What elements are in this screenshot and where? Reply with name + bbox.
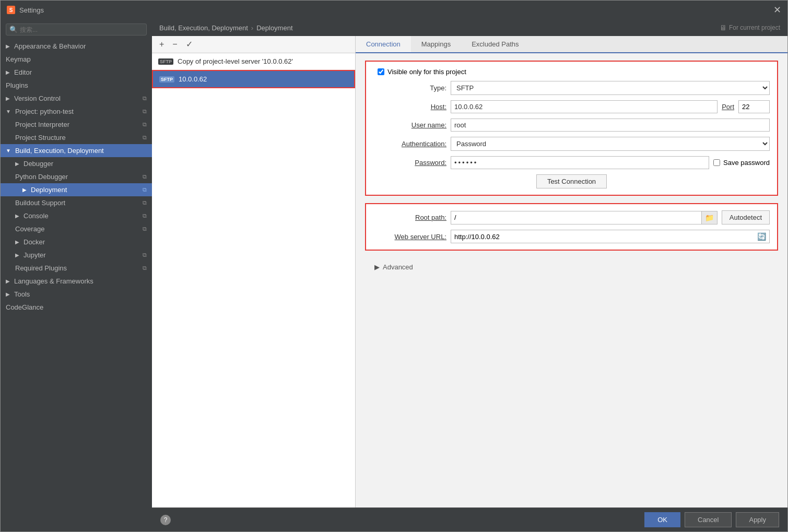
sidebar-item-tools[interactable]: ▶ Tools <box>1 288 152 301</box>
main-content: 🔍 ▶ Appearance & Behavior Keymap ▶ Edito… <box>1 19 787 531</box>
arrow-icon-deployment: ▶ <box>22 187 27 193</box>
test-connection-button[interactable]: Test Connection <box>536 174 607 188</box>
server-item-main[interactable]: SFTP 10.0.0.62 <box>152 70 355 88</box>
ok-label: OK <box>657 516 667 524</box>
autodetect-label: Autodetect <box>730 214 762 221</box>
sidebar-item-codeglance[interactable]: CodeGlance <box>1 301 152 314</box>
sidebar-item-console[interactable]: ▶ Console ⧉ <box>1 209 152 222</box>
tab-connection-label: Connection <box>366 40 401 48</box>
sidebar-item-docker[interactable]: ▶ Docker <box>1 235 152 249</box>
host-input[interactable] <box>451 100 718 113</box>
server-name-main: 10.0.0.62 <box>179 75 207 83</box>
copy-icon-deploy: ⧉ <box>143 186 147 193</box>
arrow-icon-jupyter: ▶ <box>15 252 19 258</box>
remove-server-button[interactable]: − <box>170 39 179 50</box>
ok-button[interactable]: OK <box>644 512 680 527</box>
arrow-icon-languages: ▶ <box>6 278 10 284</box>
sidebar-item-deployment[interactable]: ▶ Deployment ⧉ <box>1 183 152 196</box>
sidebar-item-plugins[interactable]: Plugins <box>1 79 152 92</box>
server-item-copy[interactable]: SFTP Copy of project-level server '10.0.… <box>152 53 355 70</box>
root-path-section: Root path: 📁 Autodetect <box>365 203 778 251</box>
sidebar-label-build: Build, Execution, Deployment <box>15 147 104 155</box>
sidebar-item-coverage[interactable]: Coverage ⧉ <box>1 222 152 235</box>
tab-mappings[interactable]: Mappings <box>411 36 461 53</box>
sidebar-label-project: Project: python-test <box>15 108 74 115</box>
bottom-bar-buttons: OK Cancel Apply <box>644 512 779 527</box>
sidebar-item-debugger[interactable]: ▶ Debugger <box>1 157 152 170</box>
sidebar-item-project-interpreter[interactable]: Project Interpreter ⧉ <box>1 118 152 131</box>
port-input[interactable] <box>738 100 770 113</box>
sidebar-label-appearance: Appearance & Behavior <box>14 42 86 50</box>
root-path-input[interactable] <box>451 211 701 223</box>
sidebar-item-editor[interactable]: ▶ Editor <box>1 66 152 79</box>
sidebar-label-tools: Tools <box>14 290 30 298</box>
breadcrumb-part1: Build, Execution, Deployment <box>159 24 248 32</box>
close-button[interactable]: ✕ <box>773 4 781 16</box>
sidebar-label-editor: Editor <box>14 68 32 76</box>
sidebar-label-console: Console <box>23 212 49 220</box>
sftp-badge-copy: SFTP <box>158 58 173 65</box>
autodetect-button[interactable]: Autodetect <box>722 210 770 224</box>
username-input[interactable] <box>451 119 770 132</box>
visible-only-checkbox[interactable] <box>378 68 384 75</box>
breadcrumb-separator: › <box>251 24 253 32</box>
sidebar-item-appearance[interactable]: ▶ Appearance & Behavior <box>1 40 152 53</box>
sidebar-item-languages[interactable]: ▶ Languages & Frameworks <box>1 275 152 288</box>
arrow-icon-docker: ▶ <box>15 239 19 245</box>
type-select[interactable]: SFTP FTP FTPS Local or mounted folder <box>451 81 770 95</box>
copy-icon-coverage: ⧉ <box>143 226 147 232</box>
web-url-label: Web server URL: <box>373 233 446 241</box>
auth-select[interactable]: Password Key pair OpenSSH config and aut… <box>451 137 770 151</box>
sidebar-item-build[interactable]: ▼ Build, Execution, Deployment <box>1 144 152 157</box>
sidebar-item-buildout[interactable]: Buildout Support ⧉ <box>1 196 152 209</box>
host-label: Host: <box>373 103 446 111</box>
arrow-icon-build: ▼ <box>6 148 11 153</box>
type-row: Type: SFTP FTP FTPS Local or mounted fol… <box>373 81 770 95</box>
connection-form-section: Visible only for this project Type: SFTP… <box>365 61 778 196</box>
type-label: Type: <box>373 84 446 92</box>
auth-label: Authentication: <box>373 140 446 148</box>
copy-icon-pi: ⧉ <box>143 121 147 128</box>
title-bar-left: S Settings <box>7 6 44 14</box>
copy-icon-console: ⧉ <box>143 212 147 219</box>
advanced-toggle[interactable]: ▶ Advanced <box>365 258 778 276</box>
save-password-checkbox[interactable] <box>713 159 720 166</box>
cancel-button[interactable]: Cancel <box>685 512 732 527</box>
center-area: + − ✓ SFTP Copy of project-level server … <box>152 36 787 507</box>
sidebar-item-project[interactable]: ▼ Project: python-test ⧉ <box>1 105 152 118</box>
add-server-button[interactable]: + <box>157 39 166 50</box>
search-box[interactable]: 🔍 <box>6 23 147 36</box>
sidebar-item-keymap[interactable]: Keymap <box>1 53 152 66</box>
help-button[interactable]: ? <box>160 515 171 525</box>
web-url-input[interactable] <box>451 231 754 243</box>
copy-icon-pydebug: ⧉ <box>143 173 147 180</box>
sidebar-item-jupyter[interactable]: ▶ Jupyter ⧉ <box>1 249 152 262</box>
sidebar-item-version-control[interactable]: ▶ Version Control ⧉ <box>1 92 152 105</box>
reload-button[interactable]: 🔄 <box>754 230 769 243</box>
search-input[interactable] <box>20 26 143 33</box>
host-row: Host: Port <box>373 100 770 113</box>
breadcrumb-part2: Deployment <box>256 24 292 32</box>
sidebar-label-python-debugger: Python Debugger <box>15 173 68 181</box>
check-button[interactable]: ✓ <box>184 39 195 50</box>
tab-bar: Connection Mappings Excluded Paths <box>356 36 787 53</box>
project-icon: 🖥 <box>720 23 727 32</box>
apply-button[interactable]: Apply <box>736 512 779 527</box>
advanced-arrow-icon: ▶ <box>374 263 380 271</box>
breadcrumb-bar: Build, Execution, Deployment › Deploymen… <box>152 19 787 36</box>
copy-icon-vc: ⧉ <box>143 95 147 102</box>
server-name-copy: Copy of project-level server '10.0.0.62' <box>178 57 293 65</box>
folder-browse-button[interactable]: 📁 <box>701 211 717 224</box>
tab-connection[interactable]: Connection <box>356 36 411 53</box>
sidebar-label-vc: Version Control <box>14 94 61 102</box>
apply-label: Apply <box>749 516 766 524</box>
advanced-label: Advanced <box>383 263 413 271</box>
port-label: Port <box>722 103 734 111</box>
password-input[interactable] <box>451 156 709 169</box>
tab-excluded-paths[interactable]: Excluded Paths <box>461 36 529 53</box>
visible-only-row: Visible only for this project <box>373 68 770 76</box>
sidebar-item-required-plugins[interactable]: Required Plugins ⧉ <box>1 262 152 275</box>
sidebar-item-python-debugger[interactable]: Python Debugger ⧉ <box>1 170 152 183</box>
sidebar-item-project-structure[interactable]: Project Structure ⧉ <box>1 131 152 144</box>
sidebar-label-project-interpreter: Project Interpreter <box>15 121 69 128</box>
